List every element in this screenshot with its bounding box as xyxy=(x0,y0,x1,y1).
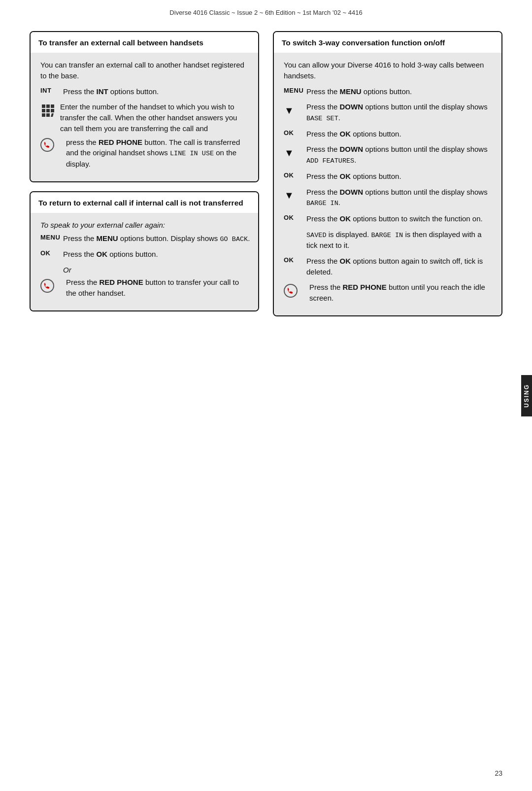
section-3way: To switch 3-way conversation function on… xyxy=(273,31,502,316)
text-keypad: Enter the number of the handset to which… xyxy=(60,102,250,134)
step-keypad: Enter the number of the handset to which… xyxy=(40,102,250,134)
header-text: Diverse 4016 Classic ~ Issue 2 ~ 6th Edi… xyxy=(169,9,362,16)
step-ok4-3way: OK Press the OK options button again to … xyxy=(284,256,494,277)
step-redphone-return: Press the RED PHONE button to transfer y… xyxy=(40,277,250,299)
transfer-intro: You can transfer an external call to ano… xyxy=(40,60,250,81)
text-down1-3way: Press the DOWN options button until the … xyxy=(306,102,494,123)
label-ok2-3way: OK xyxy=(284,171,306,179)
down-arrow-icon-2: ▼ xyxy=(284,146,295,160)
label-menu-return: MENU xyxy=(40,233,63,241)
section-transfer-title: To transfer an external call between han… xyxy=(31,32,258,53)
step-saved-info: SAVED is displayed. BARGE IN is then dis… xyxy=(284,229,494,251)
step-menu-return: MENU Press the MENU options button. Disp… xyxy=(40,233,250,244)
step-down1-3way: ▼ Press the DOWN options button until th… xyxy=(284,102,494,123)
section-return-body: To speak to your external caller again: … xyxy=(31,213,258,310)
label-ok-return: OK xyxy=(40,249,63,257)
section-3way-title: To switch 3-way conversation function on… xyxy=(274,32,501,53)
step-redphone-3way: Press the RED PHONE button until you rea… xyxy=(284,282,494,304)
keypad-icon xyxy=(40,103,55,116)
text-int: Press the INT options button. xyxy=(63,86,250,97)
step-ok3-3way: OK Press the OK options button to switch… xyxy=(284,213,494,224)
text-redphone-return: Press the RED PHONE button to transfer y… xyxy=(66,277,250,299)
section-return-title: To return to external call if internal c… xyxy=(31,192,258,213)
red-phone-icon-return xyxy=(40,279,54,293)
step-redphone-transfer: press the RED PHONE button. The call is … xyxy=(40,137,250,170)
label-ok4-3way: OK xyxy=(284,256,306,264)
label-int: INT xyxy=(40,86,63,94)
step-down3-3way: ▼ Press the DOWN options button until th… xyxy=(284,187,494,208)
text-menu-return: Press the MENU options button. Display s… xyxy=(63,233,250,244)
label-ok1-3way: OK xyxy=(284,129,306,137)
text-redphone-transfer: press the RED PHONE button. The call is … xyxy=(66,137,250,170)
section-transfer-body: You can transfer an external call to ano… xyxy=(31,53,258,181)
right-column: To switch 3-way conversation function on… xyxy=(273,31,502,325)
text-saved-info: SAVED is displayed. BARGE IN is then dis… xyxy=(306,229,494,251)
step-menu-3way: MENU Press the MENU options button. xyxy=(284,86,494,97)
text-down2-3way: Press the DOWN options button until the … xyxy=(306,144,494,166)
step-ok2-3way: OK Press the OK options button. xyxy=(284,171,494,182)
section-transfer-external: To transfer an external call between han… xyxy=(30,31,259,182)
page-number: 23 xyxy=(495,769,502,777)
label-menu-3way: MENU xyxy=(284,86,306,94)
left-column: To transfer an external call between han… xyxy=(30,31,259,325)
down-arrow-icon-1: ▼ xyxy=(284,103,295,117)
main-content: To transfer an external call between han… xyxy=(30,31,502,325)
text-ok2-3way: Press the OK options button. xyxy=(306,171,494,182)
step-ok1-3way: OK Press the OK options button. xyxy=(284,129,494,139)
text-menu-3way: Press the MENU options button. xyxy=(306,86,494,97)
text-ok-return: Press the OK options button. xyxy=(63,249,250,260)
step-down2-3way: ▼ Press the DOWN options button until th… xyxy=(284,144,494,166)
down-arrow-icon-3: ▼ xyxy=(284,189,295,203)
text-ok4-3way: Press the OK options button again to swi… xyxy=(306,256,494,277)
step-ok-return: OK Press the OK options button. xyxy=(40,249,250,260)
text-or: Or xyxy=(63,265,250,275)
text-ok1-3way: Press the OK options button. xyxy=(306,129,494,139)
text-ok3-3way: Press the OK options button to switch th… xyxy=(306,213,494,224)
label-ok3-3way: OK xyxy=(284,213,306,221)
page-header: Diverse 4016 Classic ~ Issue 2 ~ 6th Edi… xyxy=(0,0,532,21)
side-tab: USING xyxy=(521,375,532,416)
label-or xyxy=(40,265,63,265)
red-phone-icon-3way xyxy=(284,284,298,298)
section-return-external: To return to external call if internal c… xyxy=(30,191,259,311)
step-or: Or xyxy=(40,265,250,275)
text-down3-3way: Press the DOWN options button until the … xyxy=(306,187,494,208)
step-int: INT Press the INT options button. xyxy=(40,86,250,97)
red-phone-icon-transfer xyxy=(40,138,54,152)
3way-intro: You can allow your Diverse 4016 to hold … xyxy=(284,60,494,81)
return-italic: To speak to your external caller again: xyxy=(40,220,250,230)
section-3way-body: You can allow your Diverse 4016 to hold … xyxy=(274,53,501,315)
text-redphone-3way: Press the RED PHONE button until you rea… xyxy=(309,282,494,304)
